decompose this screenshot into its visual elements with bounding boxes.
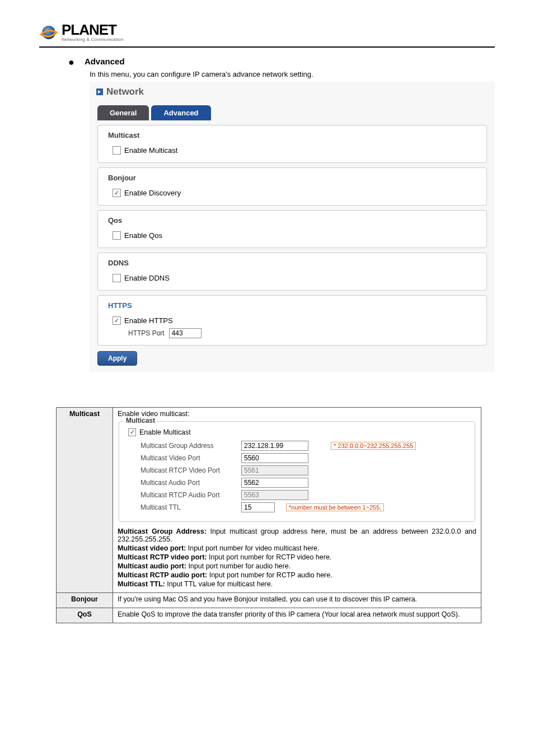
mc-audio-port-label: Multicast Audio Port [140,479,241,487]
panel-title: Network [106,86,144,97]
enable-multicast2-label: Enable Multicast [139,428,191,436]
desc-video-port: Multicast video port: Input port number … [118,544,476,552]
section-desc: In this menu, you can configure IP camer… [90,70,495,78]
mc-ttl-input[interactable]: 15 [241,502,275,512]
qos-legend: Qos [106,216,124,225]
tab-general[interactable]: General [97,105,149,120]
logo-title: PLANET [62,22,124,37]
enable-multicast-checkbox[interactable] [113,146,121,155]
mc-group-addr-input[interactable]: 232.128.1.99 [241,441,308,451]
bonjour-legend: Bonjour [106,174,138,182]
https-port-label: HTTPS Port [128,329,165,337]
https-legend: HTTPS [106,301,134,310]
network-panel: Network General Advanced Multicast Enabl… [90,82,495,372]
enable-https-checkbox[interactable] [113,316,121,325]
enable-multicast-label: Enable Multicast [124,146,177,155]
qos-text: Enable QoS to improve the data transfer … [113,608,481,623]
desc-rctp-video-port: Multicast RCTP video port: Input port nu… [118,553,476,561]
row-label-multicast: Multicast [57,407,113,592]
qos-fieldset: Qos Enable Qos [97,210,487,248]
mc-rtcp-audio-port-label: Multicast RTCP Audio Port [140,491,241,499]
tab-advanced[interactable]: Advanced [151,105,210,120]
logo: PLANET Networking & Communication [39,22,495,42]
mc-video-port-input[interactable]: 5560 [241,453,308,463]
tabs: General Advanced [97,105,487,120]
enable-https-label: Enable HTTPS [124,316,173,325]
desc-rctp-audio-port: Multicast RCTP audio port: Input port nu… [118,571,476,579]
https-port-input[interactable]: 443 [169,328,202,338]
enable-qos-checkbox[interactable] [113,231,121,240]
logo-tagline: Networking & Communication [62,37,124,42]
mc-rtcp-video-port-label: Multicast RTCP Video Port [140,466,241,474]
enable-ddns-checkbox[interactable] [113,274,121,282]
mc-group-addr-label: Multicast Group Address [140,442,241,450]
mc-ttl-hint: *number must be between 1~255. [286,503,384,511]
bullet-icon: ● [68,57,74,69]
mc-video-port-label: Multicast Video Port [140,454,241,462]
panel-arrow-icon [96,88,103,95]
table-row: Multicast Enable video multicast: Multic… [57,407,481,592]
enable-qos-label: Enable Qos [124,231,162,240]
mc-rtcp-audio-port-input[interactable]: 5563 [241,490,308,500]
mc-rtcp-video-port-input[interactable]: 5561 [241,465,308,475]
mc-group-addr-hint: * 232.0.0.0~232.255.255.255 [331,442,416,450]
desc-audio-port: Multicast audio port: Input port number … [118,562,476,570]
multicast-legend: Multicast [106,131,142,139]
multicast-expanded-box: Multicast Enable Multicast Multicast Gro… [119,421,475,522]
enable-discovery-checkbox[interactable] [113,189,121,197]
planet-globe-icon [39,23,58,42]
apply-button[interactable]: Apply [97,351,137,366]
doc-table: Multicast Enable video multicast: Multic… [56,407,481,623]
svg-marker-1 [98,90,101,94]
mc-ttl-label: Multicast TTL [140,503,241,511]
desc-ttl: Multicast TTL: Input TTL value for multi… [118,580,476,588]
row-label-qos: QoS [57,608,113,623]
table-row: Bonjour If you're using Mac OS and you h… [57,592,481,608]
enable-discovery-label: Enable Discovery [124,189,181,197]
bonjour-text: If you're using Mac OS and you have Bonj… [113,592,481,608]
enable-multicast2-checkbox[interactable] [128,428,136,436]
section-title: Advanced [85,57,125,66]
mc-audio-port-input[interactable]: 5562 [241,478,308,488]
desc-group-address: Multicast Group Address: Input multicast… [118,528,476,543]
ddns-fieldset: DDNS Enable DDNS [97,253,487,291]
enable-ddns-label: Enable DDNS [124,274,170,282]
multicast-fieldset: Multicast Enable Multicast [97,125,487,163]
bonjour-fieldset: Bonjour Enable Discovery [97,167,487,206]
row-label-bonjour: Bonjour [57,592,113,608]
table-row: QoS Enable QoS to improve the data trans… [57,608,481,623]
ddns-legend: DDNS [106,259,131,267]
divider [39,46,495,48]
multicast-box-legend: Multicast [124,417,157,424]
multicast-intro: Enable video multicast: [118,410,476,418]
https-fieldset: HTTPS Enable HTTPS HTTPS Port 443 [97,295,487,346]
